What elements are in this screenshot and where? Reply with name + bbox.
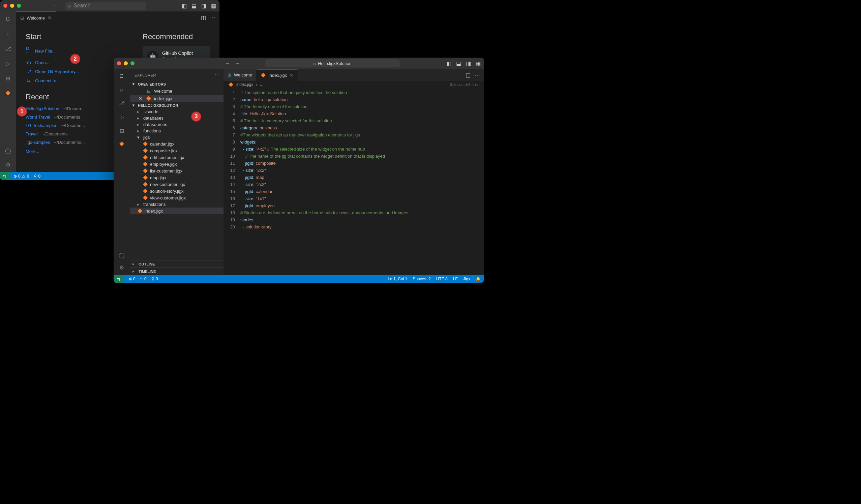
search-icon[interactable]: ⌕ [4,30,12,38]
file-list-customer[interactable]: list-customer.jigx [130,167,223,174]
file-employee[interactable]: employee.jigx [130,161,223,167]
panel-right-icon[interactable]: ◨ [201,3,206,9]
chevron-down-icon [137,135,141,140]
folder-jigs[interactable]: jigs [130,134,223,140]
problems-status[interactable]: ⊗0 ⚠0 [13,174,29,179]
error-icon: ⊗ [13,174,17,179]
rec-title: GitHub Copilot [162,51,194,56]
close-icon[interactable]: ✕ [290,73,293,78]
close-icon[interactable]: ✕ [139,96,143,101]
remote-indicator[interactable]: ⇆ [114,275,124,283]
source-control-icon[interactable]: ⎇ [4,44,12,53]
extensions-icon[interactable]: ⊞ [4,74,12,82]
encoding-status[interactable]: UTF-8 [436,277,448,281]
close-window[interactable] [3,4,8,8]
new-file-icon: 🗋⁺ [26,46,32,56]
recommended-heading: Recommended [142,32,210,41]
file-edit-customer[interactable]: edit-customer.jigx [130,154,223,161]
eol-status[interactable]: LF [453,277,458,281]
indentation-status[interactable]: Spaces: 2 [413,277,430,281]
debug-icon[interactable]: ▷ [120,114,124,120]
vscode-icon: ⊞ [20,15,24,20]
account-icon[interactable]: ◯ [119,252,125,258]
command-center-search[interactable]: ⌕ Search [65,2,146,10]
split-editor-icon[interactable]: ◫ [201,14,206,21]
folder-translations[interactable]: translations [130,201,223,208]
search-icon[interactable]: ⌕ [120,87,123,93]
project-header[interactable]: HELLOJIGXSOLUTION [130,102,223,109]
files-icon[interactable]: 🗋 [119,73,124,79]
code-body[interactable]: # The system name that uniquely identifi… [241,89,484,275]
layout-grid-icon[interactable]: ▦ [476,60,481,67]
back-arrow-icon[interactable]: ← [40,3,46,9]
account-icon[interactable]: ◯ [4,146,12,155]
panel-bottom-icon[interactable]: ⬓ [456,60,461,67]
layout-grid-icon[interactable]: ▦ [211,3,216,9]
maximize-window[interactable] [17,4,21,8]
search-placeholder: Search [73,3,91,9]
language-status[interactable]: Jigx [463,277,470,281]
maximize-window[interactable] [131,61,135,65]
file-solution-story[interactable]: solution-story.jigx [130,188,223,194]
ports-status[interactable]: ⚲0 [34,174,40,179]
settings-icon[interactable]: ⚙ [4,161,12,169]
more-icon[interactable]: ⋯ [215,73,219,77]
editor-content[interactable]: 1234567891011121314151617181920 # The sy… [223,88,484,275]
panel-left-icon[interactable]: ◧ [182,3,187,9]
breadcrumb[interactable]: index.jigx › ... Solution definition [223,81,484,88]
vscode-icon: ⊞ [228,72,231,78]
minimize-window[interactable] [124,61,128,65]
more-icon[interactable]: ⋯ [475,72,480,78]
tab-index[interactable]: index.jigx✕ [257,69,298,81]
folder-datasources[interactable]: datasources [130,121,223,128]
panel-left-icon[interactable]: ◧ [446,60,451,67]
close-icon[interactable]: ✕ [47,15,52,20]
remote-indicator[interactable]: ⇆ [0,172,9,180]
file-view-customer[interactable]: view-customer.jigx [130,194,223,201]
outline-header[interactable]: OUTLINE [130,260,223,267]
jigx-icon[interactable] [119,141,124,146]
timeline-header[interactable]: TIMELINE [130,267,223,275]
open-editors-header[interactable]: OPEN EDITORS [130,81,223,87]
broadcast-icon: ⚲ [151,277,154,281]
panel-bottom-icon[interactable]: ⬓ [191,3,196,9]
file-index-root[interactable]: index.jigx [130,208,223,214]
tab-welcome[interactable]: ⊞Welcome [223,69,257,81]
chevron-right-icon [133,269,137,274]
more-icon[interactable]: ⋯ [210,14,215,21]
jigx-icon[interactable] [4,89,12,97]
file-calendar[interactable]: calendar.jigx [130,140,223,147]
nav-arrows: ← → [40,3,56,9]
ports-status[interactable]: ⚲0 [151,277,158,281]
forward-arrow-icon[interactable]: → [51,3,56,9]
search-icon: ⌕ [313,61,316,66]
tab-welcome[interactable]: ⊞ Welcome ✕ [16,12,56,24]
forward-arrow-icon[interactable]: → [235,60,241,66]
split-editor-icon[interactable]: ◫ [466,72,470,78]
file-composite[interactable]: composite.jigx [130,147,223,154]
open-editor-welcome[interactable]: ⊞Welcome [130,87,223,95]
annotation-badge-2: 2 [70,54,80,64]
folder-functions[interactable]: functions [130,128,223,134]
back-arrow-icon[interactable]: ← [225,60,230,66]
open-editor-index[interactable]: ✕index.jigx [130,95,223,102]
panel-right-icon[interactable]: ◨ [466,60,471,67]
close-window[interactable] [117,61,121,65]
folder-vscode[interactable]: .vscode [130,109,223,115]
chevron-right-icon [137,202,141,207]
extensions-icon[interactable]: ⊞ [120,128,124,134]
debug-icon[interactable]: ▷ [4,59,12,67]
command-center-search[interactable]: ⌕ HelloJigxSolution [265,59,400,67]
minimize-window[interactable] [10,4,14,8]
folder-databases[interactable]: databases [130,115,223,121]
file-map[interactable]: map.jigx [130,174,223,181]
notifications-icon[interactable]: 🔔 [476,277,481,281]
files-icon[interactable]: 🗋 [4,15,12,23]
file-new-customer[interactable]: new-customer.jigx [130,181,223,188]
settings-icon[interactable]: ⚙ [119,265,125,271]
cursor-position[interactable]: Ln 1, Col 1 [388,277,407,281]
problems-status[interactable]: ⊗0 ⚠0 [128,277,147,281]
editor-pane: ⊞Welcome index.jigx✕ ◫ ⋯ index.jigx › ..… [223,69,484,275]
chevron-right-icon [133,262,137,266]
source-control-icon[interactable]: ⎇ [119,100,125,107]
